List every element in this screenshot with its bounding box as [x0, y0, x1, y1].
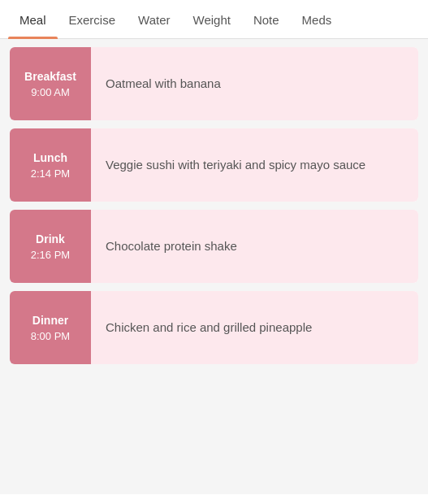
meal-type-lunch: Lunch [33, 151, 67, 164]
meal-content: Breakfast 9:00 AM Oatmeal with banana Lu… [0, 39, 428, 494]
tab-weight[interactable]: Weight [182, 0, 242, 38]
tab-bar: Meal Exercise Water Weight Note Meds [0, 0, 428, 39]
tab-exercise[interactable]: Exercise [58, 0, 128, 38]
meal-time-lunch: 2:14 PM [31, 167, 70, 180]
meal-label-dinner: Dinner 8:00 PM [10, 291, 91, 364]
meal-card-dinner: Dinner 8:00 PM Chicken and rice and gril… [10, 291, 418, 364]
tab-meal[interactable]: Meal [8, 0, 58, 38]
meal-label-lunch: Lunch 2:14 PM [10, 128, 91, 202]
meal-description-dinner: Chicken and rice and grilled pineapple [91, 291, 418, 364]
meal-card-breakfast: Breakfast 9:00 AM Oatmeal with banana [10, 47, 418, 120]
meal-description-drink: Chocolate protein shake [91, 210, 418, 283]
meal-card-drink: Drink 2:16 PM Chocolate protein shake [10, 210, 418, 283]
meal-label-drink: Drink 2:16 PM [10, 210, 91, 283]
meal-type-breakfast: Breakfast [24, 70, 76, 83]
meal-label-breakfast: Breakfast 9:00 AM [10, 47, 91, 120]
meal-time-breakfast: 9:00 AM [31, 86, 70, 98]
meal-type-dinner: Dinner [32, 314, 68, 327]
tab-water[interactable]: Water [127, 0, 181, 38]
meal-card-lunch: Lunch 2:14 PM Veggie sushi with teriyaki… [10, 128, 418, 202]
meal-type-drink: Drink [36, 232, 65, 245]
meal-time-dinner: 8:00 PM [31, 330, 70, 342]
meal-time-drink: 2:16 PM [31, 249, 70, 261]
tab-meds[interactable]: Meds [291, 0, 344, 38]
tab-note[interactable]: Note [242, 0, 291, 38]
meal-description-lunch: Veggie sushi with teriyaki and spicy may… [91, 128, 418, 202]
meal-description-breakfast: Oatmeal with banana [91, 47, 418, 120]
